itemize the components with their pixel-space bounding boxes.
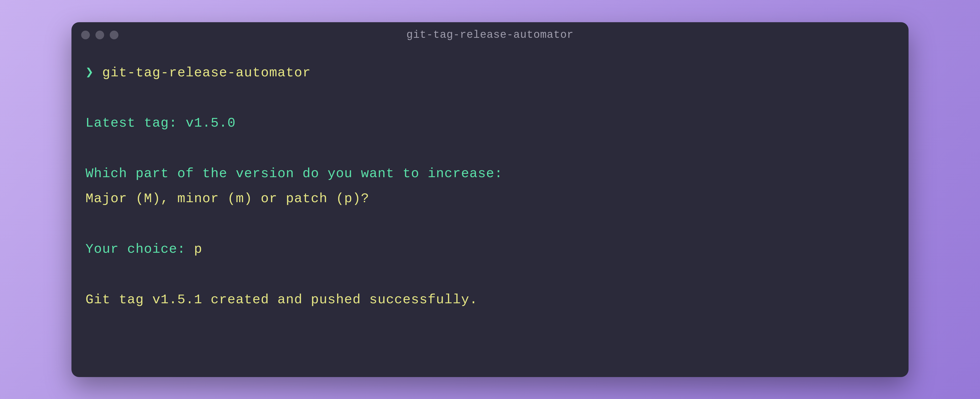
title-bar: git-tag-release-automator (72, 22, 908, 48)
result-line: Git tag v1.5.1 created and pushed succes… (86, 288, 894, 313)
prompt-symbol: ❯ (86, 65, 94, 80)
latest-tag-value: v1.5.0 (186, 116, 235, 131)
maximize-icon[interactable] (110, 31, 118, 39)
traffic-lights (81, 31, 118, 39)
blank-line (86, 86, 894, 111)
blank-line (86, 262, 894, 288)
blank-line (86, 211, 894, 237)
latest-tag-line: Latest tag: v1.5.0 (86, 111, 894, 136)
choice-value: p (194, 242, 202, 257)
prompt-line: ❯ git-tag-release-automator (86, 60, 894, 86)
terminal-window: git-tag-release-automator ❯ git-tag-rele… (72, 22, 908, 377)
question-line: Which part of the version do you want to… (86, 161, 894, 187)
window-title: git-tag-release-automator (406, 29, 573, 41)
choice-line: Your choice: p (86, 237, 894, 262)
choice-label: Your choice: (86, 242, 194, 257)
blank-line (86, 136, 894, 161)
terminal-body[interactable]: ❯ git-tag-release-automator Latest tag: … (72, 48, 908, 377)
options-line: Major (M), minor (m) or patch (p)? (86, 186, 894, 211)
latest-tag-label: Latest tag: (86, 116, 186, 131)
minimize-icon[interactable] (95, 31, 104, 39)
close-icon[interactable] (81, 31, 90, 39)
command-text: git-tag-release-automator (102, 65, 311, 80)
